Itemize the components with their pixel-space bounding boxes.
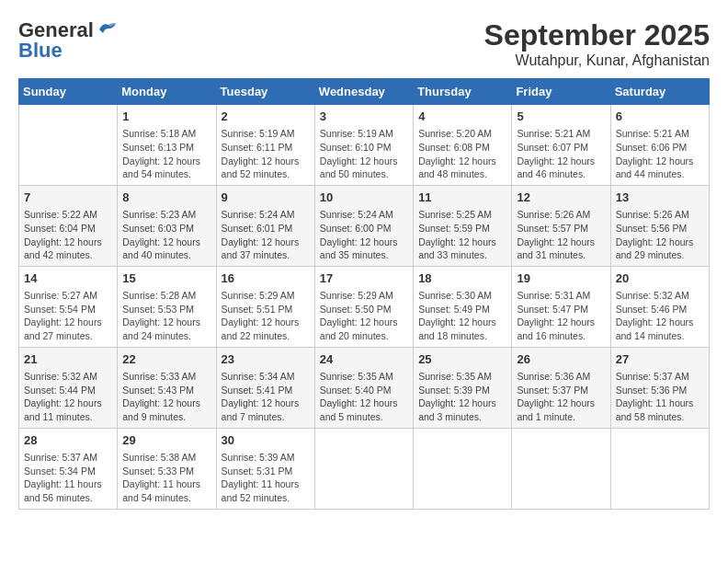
cell-content: Sunrise: 5:39 AM Sunset: 5:31 PM Dayligh… [222, 451, 310, 505]
day-number: 8 [122, 190, 210, 206]
week-row-5: 28Sunrise: 5:37 AM Sunset: 5:34 PM Dayli… [19, 428, 710, 509]
cell-content: Sunrise: 5:29 AM Sunset: 5:50 PM Dayligh… [320, 289, 408, 343]
day-number: 18 [418, 270, 506, 287]
week-row-4: 21Sunrise: 5:32 AM Sunset: 5:44 PM Dayli… [19, 347, 710, 428]
logo-bird-icon [96, 20, 116, 37]
calendar-cell: 21Sunrise: 5:32 AM Sunset: 5:44 PM Dayli… [19, 347, 118, 428]
cell-content: Sunrise: 5:33 AM Sunset: 5:43 PM Dayligh… [122, 370, 210, 424]
header-friday: Friday [512, 79, 610, 105]
calendar-cell: 12Sunrise: 5:26 AM Sunset: 5:57 PM Dayli… [512, 185, 610, 266]
calendar-cell: 17Sunrise: 5:29 AM Sunset: 5:50 PM Dayli… [314, 266, 413, 347]
day-number: 6 [616, 109, 704, 125]
page-subtitle: Wutahpur, Kunar, Afghanistan [484, 52, 710, 69]
calendar-cell: 30Sunrise: 5:39 AM Sunset: 5:31 PM Dayli… [216, 428, 314, 509]
calendar-cell: 16Sunrise: 5:29 AM Sunset: 5:51 PM Dayli… [216, 266, 314, 347]
calendar-cell: 5Sunrise: 5:21 AM Sunset: 6:07 PM Daylig… [512, 105, 610, 186]
day-number: 29 [122, 432, 210, 449]
day-number: 30 [222, 432, 310, 449]
cell-content: Sunrise: 5:38 AM Sunset: 5:33 PM Dayligh… [122, 451, 210, 505]
calendar-cell: 9Sunrise: 5:24 AM Sunset: 6:01 PM Daylig… [216, 185, 314, 266]
calendar-table: SundayMondayTuesdayWednesdayThursdayFrid… [18, 78, 710, 510]
calendar-cell [314, 428, 413, 509]
calendar-cell [414, 428, 512, 509]
cell-content: Sunrise: 5:36 AM Sunset: 5:37 PM Dayligh… [517, 370, 605, 424]
week-row-3: 14Sunrise: 5:27 AM Sunset: 5:54 PM Dayli… [19, 266, 710, 347]
cell-content: Sunrise: 5:31 AM Sunset: 5:47 PM Dayligh… [517, 289, 605, 343]
calendar-cell: 13Sunrise: 5:26 AM Sunset: 5:56 PM Dayli… [610, 185, 709, 266]
cell-content: Sunrise: 5:26 AM Sunset: 5:56 PM Dayligh… [616, 208, 704, 262]
cell-content: Sunrise: 5:30 AM Sunset: 5:49 PM Dayligh… [418, 289, 506, 343]
cell-content: Sunrise: 5:34 AM Sunset: 5:41 PM Dayligh… [222, 370, 310, 424]
calendar-cell [610, 428, 709, 509]
calendar-cell: 2Sunrise: 5:19 AM Sunset: 6:11 PM Daylig… [216, 105, 314, 186]
logo: General Blue [18, 18, 116, 63]
calendar-cell: 6Sunrise: 5:21 AM Sunset: 6:06 PM Daylig… [610, 105, 709, 186]
calendar-cell: 28Sunrise: 5:37 AM Sunset: 5:34 PM Dayli… [19, 428, 118, 509]
calendar-cell: 14Sunrise: 5:27 AM Sunset: 5:54 PM Dayli… [19, 266, 118, 347]
day-number: 12 [517, 190, 605, 206]
day-number: 26 [517, 351, 605, 368]
calendar-cell: 19Sunrise: 5:31 AM Sunset: 5:47 PM Dayli… [512, 266, 610, 347]
calendar-cell: 29Sunrise: 5:38 AM Sunset: 5:33 PM Dayli… [118, 428, 216, 509]
calendar-cell [19, 105, 118, 186]
day-number: 5 [517, 109, 605, 125]
day-number: 19 [517, 270, 605, 287]
cell-content: Sunrise: 5:21 AM Sunset: 6:06 PM Dayligh… [616, 127, 704, 181]
calendar-cell: 8Sunrise: 5:23 AM Sunset: 6:03 PM Daylig… [118, 185, 216, 266]
calendar-cell: 11Sunrise: 5:25 AM Sunset: 5:59 PM Dayli… [414, 185, 512, 266]
header-wednesday: Wednesday [314, 79, 413, 105]
header-monday: Monday [118, 79, 216, 105]
day-number: 22 [122, 351, 210, 368]
day-number: 9 [222, 190, 310, 206]
cell-content: Sunrise: 5:35 AM Sunset: 5:39 PM Dayligh… [418, 370, 506, 424]
cell-content: Sunrise: 5:27 AM Sunset: 5:54 PM Dayligh… [24, 289, 112, 343]
cell-content: Sunrise: 5:19 AM Sunset: 6:11 PM Dayligh… [222, 127, 310, 181]
cell-content: Sunrise: 5:18 AM Sunset: 6:13 PM Dayligh… [122, 127, 210, 181]
cell-content: Sunrise: 5:19 AM Sunset: 6:10 PM Dayligh… [320, 127, 408, 181]
week-row-2: 7Sunrise: 5:22 AM Sunset: 6:04 PM Daylig… [19, 185, 710, 266]
calendar-cell: 7Sunrise: 5:22 AM Sunset: 6:04 PM Daylig… [19, 185, 118, 266]
day-number: 17 [320, 270, 408, 287]
day-number: 16 [222, 270, 310, 287]
header-thursday: Thursday [414, 79, 512, 105]
cell-content: Sunrise: 5:25 AM Sunset: 5:59 PM Dayligh… [418, 208, 506, 262]
calendar-cell [512, 428, 610, 509]
day-number: 20 [616, 270, 704, 287]
day-number: 10 [320, 190, 408, 206]
day-number: 2 [222, 109, 310, 125]
day-number: 25 [418, 351, 506, 368]
page-title: September 2025 [484, 18, 710, 52]
cell-content: Sunrise: 5:37 AM Sunset: 5:34 PM Dayligh… [24, 451, 112, 505]
day-number: 14 [24, 270, 112, 287]
cell-content: Sunrise: 5:21 AM Sunset: 6:07 PM Dayligh… [517, 127, 605, 181]
calendar-cell: 25Sunrise: 5:35 AM Sunset: 5:39 PM Dayli… [414, 347, 512, 428]
cell-content: Sunrise: 5:24 AM Sunset: 6:01 PM Dayligh… [222, 208, 310, 262]
day-number: 24 [320, 351, 408, 368]
header-tuesday: Tuesday [216, 79, 314, 105]
title-block: September 2025 Wutahpur, Kunar, Afghanis… [484, 18, 710, 69]
header-sunday: Sunday [19, 79, 118, 105]
page-header: General Blue September 2025 Wutahpur, Ku… [18, 18, 710, 69]
cell-content: Sunrise: 5:22 AM Sunset: 6:04 PM Dayligh… [24, 208, 112, 262]
calendar-cell: 3Sunrise: 5:19 AM Sunset: 6:10 PM Daylig… [314, 105, 413, 186]
day-number: 4 [418, 109, 506, 125]
calendar-cell: 15Sunrise: 5:28 AM Sunset: 5:53 PM Dayli… [118, 266, 216, 347]
cell-content: Sunrise: 5:20 AM Sunset: 6:08 PM Dayligh… [418, 127, 506, 181]
calendar-cell: 1Sunrise: 5:18 AM Sunset: 6:13 PM Daylig… [118, 105, 216, 186]
cell-content: Sunrise: 5:28 AM Sunset: 5:53 PM Dayligh… [122, 289, 210, 343]
week-row-1: 1Sunrise: 5:18 AM Sunset: 6:13 PM Daylig… [19, 105, 710, 186]
cell-content: Sunrise: 5:35 AM Sunset: 5:40 PM Dayligh… [320, 370, 408, 424]
day-number: 13 [616, 190, 704, 206]
logo-blue: Blue [18, 39, 63, 63]
day-number: 7 [24, 190, 112, 206]
cell-content: Sunrise: 5:32 AM Sunset: 5:46 PM Dayligh… [616, 289, 704, 343]
cell-content: Sunrise: 5:23 AM Sunset: 6:03 PM Dayligh… [122, 208, 210, 262]
calendar-cell: 22Sunrise: 5:33 AM Sunset: 5:43 PM Dayli… [118, 347, 216, 428]
day-number: 23 [222, 351, 310, 368]
cell-content: Sunrise: 5:29 AM Sunset: 5:51 PM Dayligh… [222, 289, 310, 343]
calendar-cell: 4Sunrise: 5:20 AM Sunset: 6:08 PM Daylig… [414, 105, 512, 186]
header-row: SundayMondayTuesdayWednesdayThursdayFrid… [19, 79, 710, 105]
day-number: 15 [122, 270, 210, 287]
calendar-cell: 26Sunrise: 5:36 AM Sunset: 5:37 PM Dayli… [512, 347, 610, 428]
header-saturday: Saturday [610, 79, 709, 105]
